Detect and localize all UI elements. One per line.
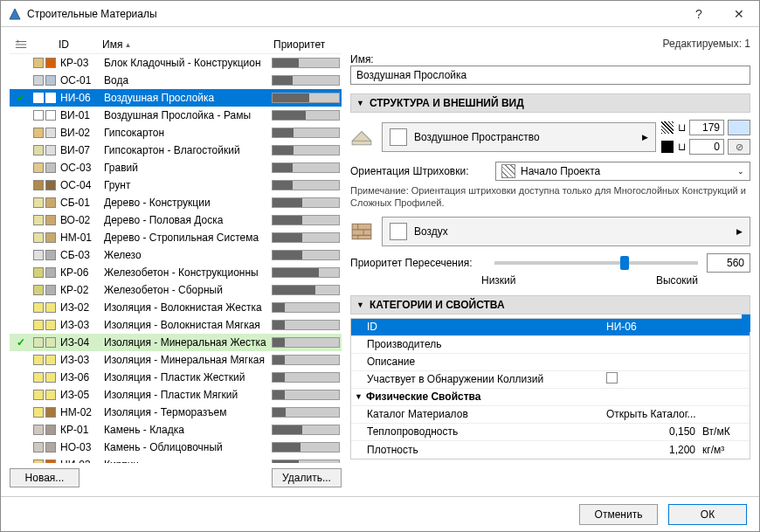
swatch-1 — [33, 93, 44, 103]
material-row[interactable]: ВИ-02Гипсокартон — [10, 124, 342, 142]
material-row[interactable]: КР-03Блок Кладочный - Конструкцион — [10, 54, 342, 72]
prop-row-collision[interactable]: Участвует в Обнаружении Коллизий — [351, 371, 750, 389]
prop-row-id[interactable]: ID НИ-06 — [351, 319, 750, 336]
material-row[interactable]: ВИ-01Воздушная Прослойка - Рамы — [10, 107, 342, 124]
close-button[interactable]: ✕ — [719, 1, 759, 27]
row-id: ВИ-07 — [57, 144, 100, 156]
properties-table[interactable]: ID НИ-06 Производитель Описание Участвуе… — [350, 318, 750, 459]
priority-slider[interactable] — [494, 261, 698, 265]
material-row[interactable]: ✓ИЗ-04Изоляция - Минеральная Жестка — [10, 334, 342, 351]
name-input[interactable] — [350, 66, 750, 85]
svg-rect-0 — [352, 224, 371, 238]
swatch-1 — [33, 390, 44, 400]
swatch-2 — [45, 372, 56, 383]
material-row[interactable]: КР-06Железобетон - Конструкционны — [10, 264, 342, 281]
fill-fg-color-swatch[interactable] — [728, 120, 750, 135]
swatch-1 — [33, 145, 44, 155]
prop-row-description[interactable]: Описание — [351, 354, 750, 371]
priority-low-label: Низкий — [481, 274, 516, 287]
material-row[interactable]: КР-02Железобетон - Сборный — [10, 281, 342, 299]
row-priority — [270, 302, 342, 313]
material-row[interactable]: ✓НИ-06Воздушная Прослойка — [10, 89, 342, 107]
search-icon[interactable] — [10, 38, 32, 51]
row-id: НО-03 — [57, 441, 100, 453]
row-priority — [270, 58, 342, 68]
row-priority — [270, 267, 342, 278]
delete-button[interactable]: Удалить... — [272, 468, 342, 487]
material-row[interactable]: ИЗ-03Изоляция - Минеральная Мягкая — [10, 351, 342, 369]
material-row[interactable]: КР-01Камень - Кладка — [10, 421, 342, 439]
swatch-1 — [33, 407, 44, 418]
column-header-id[interactable]: ID — [55, 38, 99, 51]
fill-fg-pen-input[interactable] — [689, 120, 724, 135]
collapse-icon: ▼ — [356, 301, 364, 309]
swatch-1 — [33, 128, 44, 138]
swatch-2 — [45, 459, 56, 463]
priority-value-input[interactable]: 560 — [707, 253, 750, 273]
surface-button[interactable]: Воздух ▶ — [382, 217, 750, 246]
solid-pen-icon — [661, 141, 674, 153]
swatch-1 — [33, 337, 44, 348]
material-row[interactable]: ИЗ-03Изоляция - Волокнистая Мягкая — [10, 316, 342, 334]
row-name: Грунт — [100, 179, 270, 191]
hatch-orientation-dropdown[interactable]: Начало Проекта ⌄ — [495, 162, 750, 181]
row-id: СБ-01 — [57, 197, 100, 209]
column-header-name[interactable]: Имя▲ — [99, 38, 270, 51]
material-row[interactable]: ОС-04Грунт — [10, 176, 342, 194]
material-row[interactable]: НМ-02Изоляция - Терморазъем — [10, 404, 342, 421]
material-row[interactable]: НИ-03Кирпич — [10, 456, 342, 463]
material-row[interactable]: ИЗ-06Изоляция - Пластик Жесткий — [10, 369, 342, 386]
row-priority — [270, 250, 342, 260]
swatch-1 — [33, 75, 44, 86]
swatch-2 — [45, 128, 56, 138]
name-label: Имя: — [350, 53, 750, 66]
row-id: ИЗ-03 — [57, 319, 100, 331]
row-id: ВО-02 — [57, 214, 100, 226]
help-button[interactable]: ? — [679, 1, 719, 27]
material-list[interactable]: КР-03Блок Кладочный - КонструкционОС-01В… — [10, 53, 342, 463]
cut-fill-swatch — [390, 128, 407, 146]
row-name: Гипсокартон - Влагостойкий — [100, 144, 270, 156]
cut-fill-button[interactable]: Воздушное Пространство ▶ — [382, 122, 656, 152]
material-row[interactable]: НО-03Камень - Облицовочный — [10, 439, 342, 456]
prop-row-density[interactable]: Плотность 1,200 кг/м³ — [351, 441, 750, 459]
section-categories[interactable]: ▼ КАТЕГОРИИ И СВОЙСТВА — [350, 295, 750, 314]
prop-row-catalog[interactable]: Каталог Материалов Открыть Каталог... — [351, 406, 750, 424]
material-row[interactable]: ОС-01Вода — [10, 72, 342, 89]
material-row[interactable]: ВО-02Дерево - Половая Доска — [10, 211, 342, 229]
material-row[interactable]: СБ-03Железо — [10, 246, 342, 264]
surface-swatch — [390, 223, 407, 240]
row-priority — [270, 197, 342, 208]
prop-row-thermal[interactable]: Теплопроводность 0,150 Вт/мК — [351, 424, 750, 441]
material-row[interactable]: НМ-01Дерево - Стропильная Система — [10, 229, 342, 246]
cancel-button[interactable]: Отменить — [579, 504, 658, 525]
material-row[interactable]: ИЗ-02Изоляция - Волокнистая Жестка — [10, 299, 342, 316]
material-row[interactable]: СБ-01Дерево - Конструкции — [10, 194, 342, 211]
swatch-2 — [45, 162, 56, 173]
ok-button[interactable]: ОК — [668, 504, 747, 525]
row-priority — [270, 407, 342, 418]
row-name: Воздушная Прослойка — [100, 92, 270, 104]
properties-scrollbar[interactable] — [742, 314, 750, 332]
section-structure[interactable]: ▼ СТРУКТУРА И ВНЕШНИЙ ВИД — [350, 93, 750, 113]
material-row[interactable]: ИЗ-05Изоляция - Пластик Мягкий — [10, 386, 342, 404]
material-row[interactable]: ВИ-07Гипсокартон - Влагостойкий — [10, 142, 342, 159]
swatch-2 — [45, 285, 56, 295]
row-name: Камень - Кладка — [100, 424, 270, 436]
column-header-priority[interactable]: Приоритет — [270, 38, 342, 51]
hatch-pen-icon — [661, 121, 674, 134]
app-icon — [8, 7, 22, 21]
prop-row-manufacturer[interactable]: Производитель — [351, 336, 750, 354]
swatch-2 — [45, 407, 56, 418]
swatch-2 — [45, 442, 56, 453]
row-name: Дерево - Стропильная Система — [100, 231, 270, 244]
row-name: Изоляция - Волокнистая Мягкая — [100, 319, 270, 331]
fill-bg-pen-input[interactable] — [689, 139, 724, 155]
prop-group-physical[interactable]: ▼ Физические Свойства — [351, 389, 750, 406]
fill-bg-color-swatch[interactable] — [728, 139, 750, 155]
row-id: СБ-03 — [57, 249, 100, 261]
new-button[interactable]: Новая... — [10, 468, 79, 487]
row-id: ОС-01 — [57, 74, 100, 86]
material-row[interactable]: ОС-03Гравий — [10, 159, 342, 176]
collision-checkbox[interactable] — [606, 372, 618, 383]
